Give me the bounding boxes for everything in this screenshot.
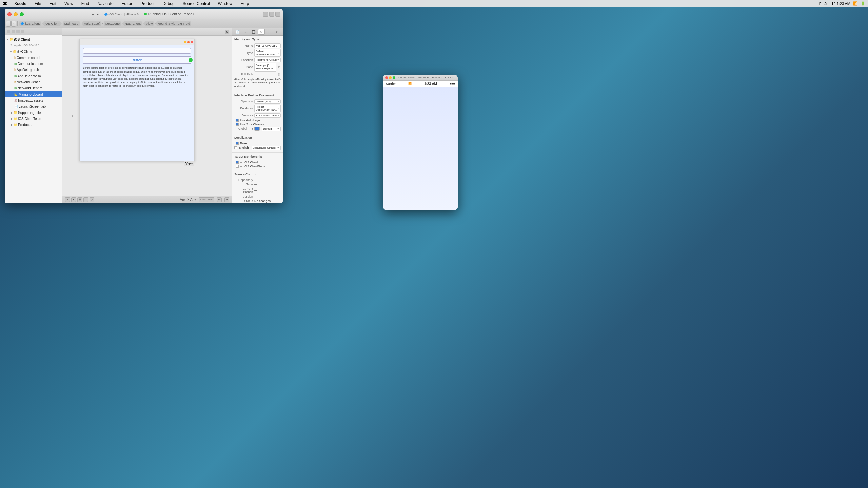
type-select[interactable]: Default – Interface Builder ▼ [254, 49, 281, 57]
sidebar-file-communicator-h[interactable]: h Communicator.h [5, 55, 62, 61]
minimize-button[interactable] [14, 12, 18, 16]
sidebar-file-appdelegate-h[interactable]: h AppDelegate.h [5, 67, 62, 73]
apple-menu[interactable]: ⌘ [3, 1, 7, 6]
english-select[interactable]: Localizable Strings ▼ [252, 146, 281, 150]
fullpath-settings-icon[interactable]: ⚙ [278, 73, 281, 76]
run-stop-controls[interactable]: ■ [97, 13, 98, 16]
panel-toggle-right[interactable] [275, 12, 280, 17]
target-label[interactable]: iOS Client [199, 197, 214, 202]
h-toggle[interactable]: H [224, 197, 229, 202]
opens-in-select[interactable]: Default (6.2) ▼ [254, 99, 281, 104]
bc-ios-client[interactable]: 🔷 iOS Client [19, 21, 41, 26]
insp-tab-quick-help[interactable]: ? [242, 29, 249, 35]
target-ios-client-checkbox[interactable]: ✓ [236, 161, 239, 164]
storyboard-canvas[interactable]: → Button [62, 36, 232, 196]
sim-time: 1:23 AM [424, 82, 437, 86]
sidebar-tab-debug[interactable] [21, 30, 24, 33]
sidebar-tab-issues[interactable] [16, 30, 20, 33]
sim-close-btn[interactable] [385, 76, 388, 79]
size-classes-checkbox[interactable]: ✓ [236, 123, 239, 126]
sim-min-btn[interactable] [389, 76, 392, 79]
panel-toggle-bottom[interactable] [269, 12, 274, 17]
editor-area: ⊙ → [62, 28, 232, 203]
sidebar-folder-supporting[interactable]: ▶ 📁 Supporting Files [5, 109, 62, 116]
issues-btn[interactable]: ○ [83, 197, 88, 202]
text-field[interactable] [83, 48, 191, 54]
insp-tab-connections[interactable]: ⊙ [274, 29, 281, 35]
target-ios-tests-checkbox[interactable] [236, 165, 239, 168]
sidebar-folder-tests[interactable]: ▶ 📁 iOS ClientTests [5, 116, 62, 122]
view-controller[interactable]: Button Lorem ipsum dolor sit er elit ame… [79, 39, 195, 161]
menu-window[interactable]: Window [217, 1, 234, 6]
menu-edit[interactable]: Edit [48, 1, 58, 6]
sidebar-file-networkclient-m[interactable]: m NetworkClient.m [5, 85, 62, 91]
name-label: Name [234, 44, 253, 47]
back-button[interactable]: ‹ [6, 21, 11, 27]
builds-for-select[interactable]: Project Deployment Tar... ▼ [254, 105, 281, 112]
base-localization-checkbox[interactable]: ✓ [236, 142, 239, 145]
menu-find[interactable]: Find [80, 1, 91, 6]
sidebar-file-networkclient-h[interactable]: h NetworkClient.h [5, 79, 62, 85]
insp-tab-file[interactable]: 📄 [234, 29, 241, 35]
sidebar-folder-products[interactable]: ▶ 📁 Products [5, 122, 62, 128]
sim-max-btn[interactable] [393, 76, 395, 79]
bc-round-style[interactable]: Round Style Text Field [156, 21, 191, 26]
menu-xcode[interactable]: Xcode [13, 1, 28, 6]
menu-file[interactable]: File [33, 1, 42, 6]
wh-toggle[interactable]: W [217, 197, 222, 202]
fullpath-row: Full Path ⚙ /Users/christopher/Desktop/p… [234, 73, 281, 89]
vc-button[interactable]: Button [83, 56, 191, 64]
tree-ios-client-group[interactable]: ▼ 📁 iOS Client [5, 48, 62, 55]
menu-editor[interactable]: Editor [120, 1, 134, 6]
sim-carrier: Carrier [386, 82, 396, 85]
any-size-label: — Any ✕ Any [176, 198, 196, 201]
menu-view[interactable]: View [63, 1, 75, 6]
close-button[interactable] [7, 12, 12, 16]
english-checkbox[interactable] [234, 146, 237, 149]
location-select[interactable]: Relative to Group ▼ [254, 58, 281, 62]
bc-main-base[interactable]: Mai...Base( [82, 21, 101, 26]
add-object-btn[interactable]: + [65, 197, 70, 202]
bc-net-cone[interactable]: Net...cone [104, 21, 121, 26]
vc-dot-orange [187, 41, 190, 43]
menu-debug[interactable]: Debug [161, 1, 176, 6]
auto-layout-checkbox[interactable]: ✓ [236, 119, 239, 122]
identity-section-title: Identity and Type [234, 37, 281, 42]
sidebar-file-communicator-m[interactable]: m Communicator.m [5, 61, 62, 67]
sidebar-file-appdelegate-m[interactable]: m AppDelegate.m [5, 73, 62, 79]
menu-source-control[interactable]: Source Control [181, 1, 211, 6]
editor-settings-btn[interactable]: ⊙ [225, 30, 229, 34]
constraints-btn[interactable]: ⊞ [77, 197, 82, 202]
sidebar-file-main-storyboard[interactable]: 📐 Main.storyboard [5, 91, 62, 97]
sidebar-file-images[interactable]: 🖼 Images.xcassets [5, 97, 62, 103]
builds-for-row: Builds for Project Deployment Tar... ▼ [234, 105, 281, 112]
bc-ios-client2[interactable]: iOS Client [43, 21, 61, 26]
view-as-select[interactable]: iOS 7.0 and Later ▼ [254, 113, 281, 118]
bc-view[interactable]: View [144, 21, 154, 26]
name-value[interactable]: Main.storyboard [254, 43, 281, 48]
vc-button-outlet[interactable] [189, 58, 193, 62]
forward-button[interactable]: › [11, 21, 16, 27]
layout-btn[interactable]: ■ [71, 197, 76, 202]
insp-tab-size[interactable]: ↔ [266, 29, 273, 35]
bc-net-client[interactable]: Net...Client [123, 21, 142, 26]
global-tint-select[interactable]: Default ▼ [262, 127, 281, 131]
global-tint-swatch[interactable] [254, 127, 260, 131]
sidebar-tab-search[interactable] [12, 30, 15, 33]
panel-toggle-left[interactable] [263, 12, 268, 17]
base-settings-icon[interactable]: ⚙ [278, 65, 281, 69]
tree-project-root[interactable]: ▼ 📁 iOS Client [5, 36, 62, 42]
menu-help[interactable]: Help [239, 1, 250, 6]
insp-tab-attributes[interactable]: ⚙ [258, 29, 265, 35]
bc-main-card[interactable]: Mai...card [63, 21, 80, 26]
resolve-btn[interactable]: ▷ [90, 197, 94, 202]
sidebar-file-launchscreen[interactable]: 📄 LaunchScreen.xib [5, 103, 62, 109]
insp-tab-identity[interactable]: 🔲 [250, 29, 257, 35]
file-tree: ▼ 📁 iOS Client 2 targets, iOS SDK 8.3 ▼ … [5, 35, 62, 129]
maximize-button[interactable] [20, 12, 24, 16]
menu-navigate[interactable]: Navigate [96, 1, 115, 6]
view-as-label: View as [234, 114, 253, 117]
global-tint-label: Global Tint [234, 127, 253, 130]
sidebar-tab-files[interactable] [7, 30, 10, 33]
menu-product[interactable]: Product [139, 1, 156, 6]
